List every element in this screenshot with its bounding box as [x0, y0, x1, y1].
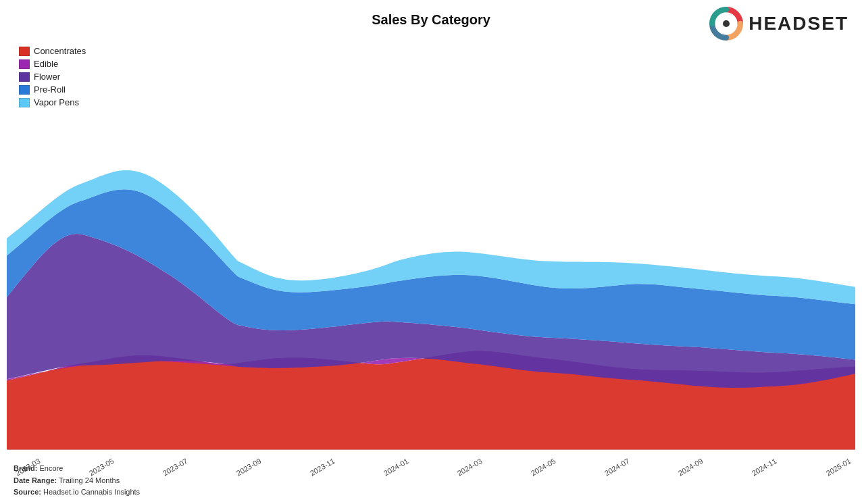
footer-brand-label: Brand: — [14, 464, 37, 472]
x-label-2: 2023-07 — [161, 457, 189, 478]
logo-text: HEADSET — [749, 13, 848, 34]
svg-point-2 — [723, 20, 730, 27]
x-label-10: 2024-11 — [751, 457, 778, 478]
footer-date-label: Date Range: — [14, 476, 57, 484]
footer-date-value: Trailing 24 Months — [59, 476, 120, 484]
x-label-5: 2024-01 — [382, 457, 410, 478]
footer-source-label: Source: — [14, 488, 41, 496]
footer-brand: Brand: Encore — [14, 463, 140, 475]
footer-source: Source: Headset.io Cannabis Insights — [14, 486, 140, 499]
header-logo: HEADSET — [709, 7, 848, 41]
x-label-4: 2023-11 — [309, 457, 336, 478]
x-label-6: 2024-03 — [456, 457, 484, 478]
x-label-11: 2025-01 — [824, 457, 852, 478]
main-container: Sales By Category HEADSET Concentrates E… — [0, 0, 862, 504]
footer-source-value: Headset.io Cannabis Insights — [43, 488, 140, 496]
x-label-7: 2024-05 — [530, 457, 557, 478]
chart-svg — [7, 41, 855, 450]
headset-logo-icon — [709, 7, 743, 41]
chart-area — [7, 41, 855, 450]
footer-info: Brand: Encore Date Range: Trailing 24 Mo… — [14, 463, 140, 499]
x-label-3: 2023-09 — [235, 457, 263, 478]
footer-daterange: Date Range: Trailing 24 Months — [14, 475, 140, 487]
x-label-8: 2024-07 — [603, 457, 631, 478]
x-label-9: 2024-09 — [677, 457, 705, 478]
footer-brand-value: Encore — [40, 464, 64, 472]
